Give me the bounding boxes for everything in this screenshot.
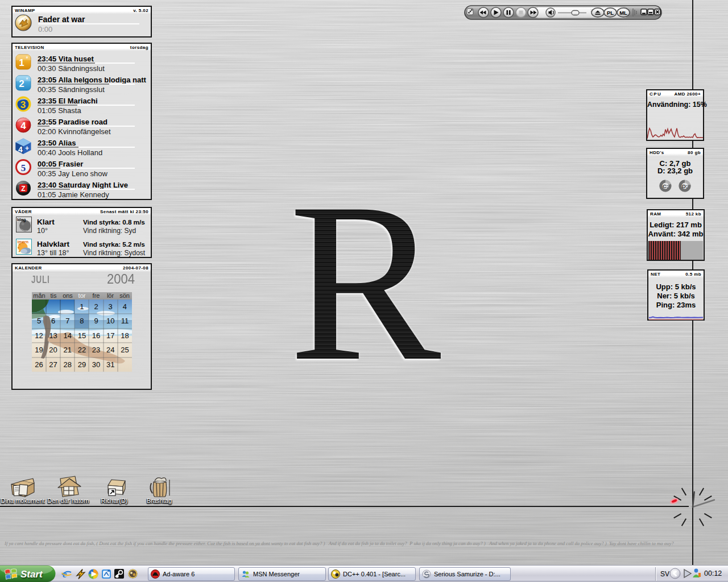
svg-text:PL: PL	[607, 10, 614, 16]
svg-text:4: 4	[20, 120, 26, 131]
svg-text:4: 4	[18, 145, 23, 154]
svg-text:2: 2	[19, 78, 24, 89]
svg-text:Z: Z	[21, 185, 25, 193]
svg-text:*: *	[26, 77, 28, 83]
svg-text:1: 1	[19, 57, 24, 68]
svg-text:C:: C:	[663, 183, 668, 189]
svg-text:imorn: imorn	[18, 240, 28, 244]
svg-text:5: 5	[21, 163, 26, 173]
svg-text:ML: ML	[619, 10, 627, 16]
svg-text:+: +	[25, 144, 29, 152]
svg-text:Idag: Idag	[17, 217, 26, 222]
svg-text:D:: D:	[682, 183, 688, 189]
svg-text:3: 3	[20, 99, 26, 110]
svg-text:Start: Start	[20, 569, 43, 580]
svg-text:*: *	[26, 56, 28, 62]
